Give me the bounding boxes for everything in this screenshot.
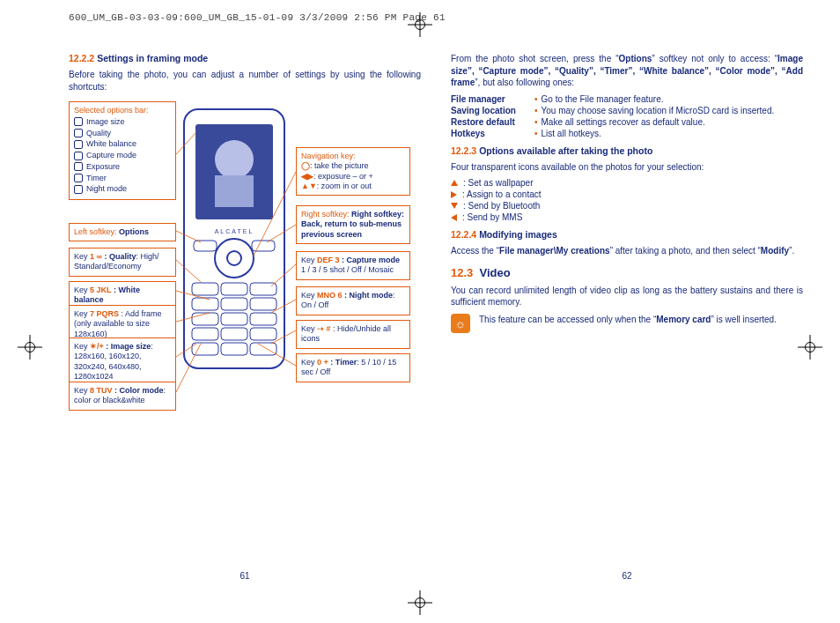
t: Options xyxy=(619,54,652,63)
key-label: : Quality xyxy=(104,252,136,261)
section-title: Video xyxy=(480,266,511,279)
triangle-left-icon xyxy=(451,214,457,221)
icon-label: : Assign to a contact xyxy=(462,189,542,199)
t: Modify xyxy=(761,246,789,256)
key-pre: Key xyxy=(74,342,88,351)
def-hotkeys: Hotkeys •List all hotkeys. xyxy=(451,129,803,138)
triangle-right-icon xyxy=(451,191,457,198)
nav-item: : exposure – or + xyxy=(313,172,373,181)
after-photo-icons: : Set as wallpaper : Assign to a contact… xyxy=(451,178,803,222)
quality-icon xyxy=(74,129,83,137)
bullet-icon: • xyxy=(534,94,538,104)
triangle-down-icon xyxy=(451,203,458,209)
definition-list: File manager •Go to the File manager fea… xyxy=(451,94,803,138)
def-body: List all hotkeys. xyxy=(542,129,601,138)
t: From the photo shot screen, press the “ xyxy=(451,54,619,63)
framing-diagram: Selected options bar: Image size Quality… xyxy=(69,101,421,480)
key-pre: Key xyxy=(301,358,315,367)
def-restore-default: Restore default •Make all settings recov… xyxy=(451,117,803,127)
key-pre: Key xyxy=(74,286,88,294)
timer-icon xyxy=(74,174,83,182)
t: ”. xyxy=(789,246,794,256)
page-61: 12.2.2 Settings in framing mode Before t… xyxy=(69,53,421,582)
key-glyph: DEF 3 xyxy=(317,256,340,264)
box-title: Navigation key: xyxy=(301,152,405,161)
print-header: 600_UM_GB-03-03-09:600_UM_GB_15-01-09 3/… xyxy=(69,12,446,23)
key-label: : Timer xyxy=(330,358,357,367)
def-body: Go to the File manager feature. xyxy=(542,94,664,104)
def-body: Make all settings recover as default val… xyxy=(542,117,705,127)
phone-illustration: ALCATEL xyxy=(181,107,287,371)
left-softkey-box: Left softkey: Options xyxy=(69,223,176,241)
option-item: Timer xyxy=(86,174,107,183)
bullet-icon: • xyxy=(534,117,538,127)
def-saving-location: Saving location •You may choose saving l… xyxy=(451,106,803,115)
nav-item: : zoom in or out xyxy=(317,182,372,190)
key-pre: Key xyxy=(301,291,315,300)
image-size-icon xyxy=(74,117,83,126)
icon-label: : Set as wallpaper xyxy=(463,178,534,188)
section-title: Options available after taking the photo xyxy=(479,145,652,156)
key-pre: Key xyxy=(74,386,88,395)
memory-card-note: ☼ This feature can be accessed only when… xyxy=(451,314,803,333)
options-bar-box: Selected options bar: Image size Quality… xyxy=(69,101,176,200)
heading-12-2-4: 12.2.4 Modifying images xyxy=(451,229,803,240)
key-glyph: MNO 6 xyxy=(317,291,343,300)
section-number: 12.2.2 xyxy=(69,53,94,63)
keystar-box: Key ✶/+ : Image size: 128x160, 160x120, … xyxy=(69,337,176,386)
key-label: : Color mode xyxy=(114,386,164,395)
capture-mode-icon xyxy=(74,152,83,160)
section-number: 12.3 xyxy=(451,266,473,279)
bullet-icon: • xyxy=(534,129,538,138)
def-term: Restore default xyxy=(451,117,534,127)
note-text: This feature can be accessed only when t… xyxy=(479,314,777,326)
heading-12-2-2: 12.2.2 Settings in framing mode xyxy=(69,53,421,63)
box-title: Right softkey: xyxy=(301,210,351,219)
page-number: 61 xyxy=(239,571,249,583)
t: ” is well inserted. xyxy=(711,315,776,324)
nav-center-icon: ◯ xyxy=(301,161,310,170)
key-glyph: 8 TUV xyxy=(90,386,113,395)
key-pre: Key xyxy=(301,324,315,333)
sec3-intro: Four transparent icons available on the … xyxy=(451,161,803,174)
key-glyph: 1 ∞ xyxy=(90,252,102,261)
lightbulb-icon: ☼ xyxy=(451,314,470,333)
icon-label: : Send by Bluetooth xyxy=(463,201,540,211)
box-title: Selected options bar: xyxy=(74,106,171,115)
key8-box: Key 8 TUV : Color mode: color or black&w… xyxy=(69,382,176,411)
def-term: File manager xyxy=(451,94,534,104)
def-term: Hotkeys xyxy=(451,129,534,138)
key-label: : Image size xyxy=(106,342,151,351)
t: File manager\My creations xyxy=(499,246,610,256)
key-glyph: 7 PQRS xyxy=(90,309,119,318)
crop-mark-left xyxy=(18,335,42,360)
key-pre: Key xyxy=(74,252,88,261)
def-file-manager: File manager •Go to the File manager fea… xyxy=(451,94,803,104)
nav-item: : take the picture xyxy=(310,161,369,170)
key-glyph: ✶/+ xyxy=(90,342,104,351)
t: ”, but also following ones: xyxy=(475,78,574,87)
white-balance-icon xyxy=(74,140,83,149)
option-item: Image size xyxy=(86,117,125,127)
nav-lr-icon: ◀▶ xyxy=(301,172,313,181)
sec4-body: Access the “File manager\My creations” a… xyxy=(451,245,803,257)
key-glyph: 5 JKL xyxy=(90,286,112,294)
intro-text: Before taking the photo, you can adjust … xyxy=(69,69,421,93)
heading-12-3: 12.3 Video xyxy=(451,266,803,279)
option-item: White balance xyxy=(86,139,136,149)
page-number: 62 xyxy=(622,571,631,583)
t: This feature can be accessed only when t… xyxy=(479,315,656,324)
def-body: You may choose saving location if MicroS… xyxy=(542,106,775,115)
t: ” softkey not only to access: “ xyxy=(652,54,777,63)
nav-key-box: Navigation key: ◯: take the picture ◀▶: … xyxy=(296,147,410,196)
heading-12-2-3: 12.2.3 Options available after taking th… xyxy=(451,145,803,156)
option-item: Night mode xyxy=(86,184,127,194)
exposure-icon xyxy=(74,162,83,171)
svg-rect-3 xyxy=(215,175,254,207)
night-mode-icon xyxy=(74,185,83,194)
key-pre: Key xyxy=(74,309,88,318)
crop-mark-top xyxy=(408,12,432,37)
t: Access the “ xyxy=(451,246,499,256)
key0-box: Key 0 + : Timer: 5 / 10 / 15 sec / Off xyxy=(296,353,410,382)
keyhash-box: Key ➝ # : Hide/Unhide all icons xyxy=(296,320,410,349)
